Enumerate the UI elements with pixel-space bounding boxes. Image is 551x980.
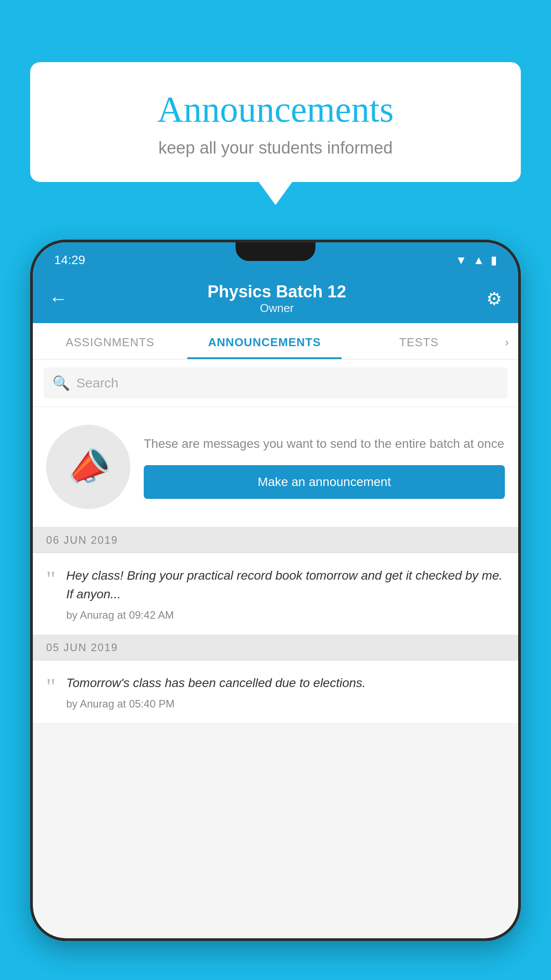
date-separator-1: 06 JUN 2019 [33,528,518,553]
announce-description: These are messages you want to send to t… [144,435,505,452]
megaphone-icon: 📣 [62,441,115,493]
status-icons: ▼ ▲ ▮ [456,253,497,267]
announce-text-1: Hey class! Bring your practical record b… [66,566,505,604]
header-center: Physics Batch 12 Owner [67,282,486,315]
date-separator-2: 05 JUN 2019 [33,635,518,660]
status-time: 14:29 [54,253,85,267]
announcement-prompt: 📣 These are messages you want to send to… [33,407,518,528]
battery-icon: ▮ [491,253,497,267]
bubble-subtitle: keep all your students informed [48,138,503,158]
tab-announcements[interactable]: ANNOUNCEMENTS [187,323,342,359]
phone-notch [236,242,315,261]
gear-icon[interactable]: ⚙ [486,288,502,309]
speech-bubble-container: Announcements keep all your students inf… [30,62,521,182]
search-container: 🔍 Search [33,360,518,407]
tab-more[interactable]: › [496,323,518,359]
announce-icon-circle: 📣 [46,425,130,509]
speech-bubble: Announcements keep all your students inf… [30,62,521,182]
tabs-container: ASSIGNMENTS ANNOUNCEMENTS TESTS › [33,323,518,360]
announcement-item-1: " Hey class! Bring your practical record… [33,553,518,635]
announce-meta-1: by Anurag at 09:42 AM [66,609,505,621]
app-header: ← Physics Batch 12 Owner ⚙ [33,274,518,323]
announce-right: These are messages you want to send to t… [144,435,505,498]
header-title: Physics Batch 12 [67,282,486,301]
search-placeholder: Search [76,375,118,391]
tab-tests[interactable]: TESTS [342,323,496,359]
bubble-title: Announcements [48,89,503,130]
announce-text-2: Tomorrow's class has been cancelled due … [66,674,505,692]
announce-content-1: Hey class! Bring your practical record b… [66,566,505,621]
tab-assignments[interactable]: ASSIGNMENTS [33,323,187,359]
make-announcement-button[interactable]: Make an announcement [144,465,505,499]
wifi-icon: ▼ [456,253,467,267]
search-icon: 🔍 [52,375,70,391]
phone-screen: 14:29 ▼ ▲ ▮ ← Physics Batch 12 Owner ⚙ A… [33,242,518,938]
header-subtitle: Owner [67,301,486,315]
signal-icon: ▲ [473,253,484,267]
announce-content-2: Tomorrow's class has been cancelled due … [66,674,505,710]
announce-meta-2: by Anurag at 05:40 PM [66,698,505,710]
search-bar[interactable]: 🔍 Search [43,368,508,399]
quote-icon-1: " [46,568,55,591]
announcement-item-2: " Tomorrow's class has been cancelled du… [33,660,518,724]
quote-icon-2: " [46,676,55,699]
back-button[interactable]: ← [49,288,67,309]
phone-frame: 14:29 ▼ ▲ ▮ ← Physics Batch 12 Owner ⚙ A… [30,240,521,941]
